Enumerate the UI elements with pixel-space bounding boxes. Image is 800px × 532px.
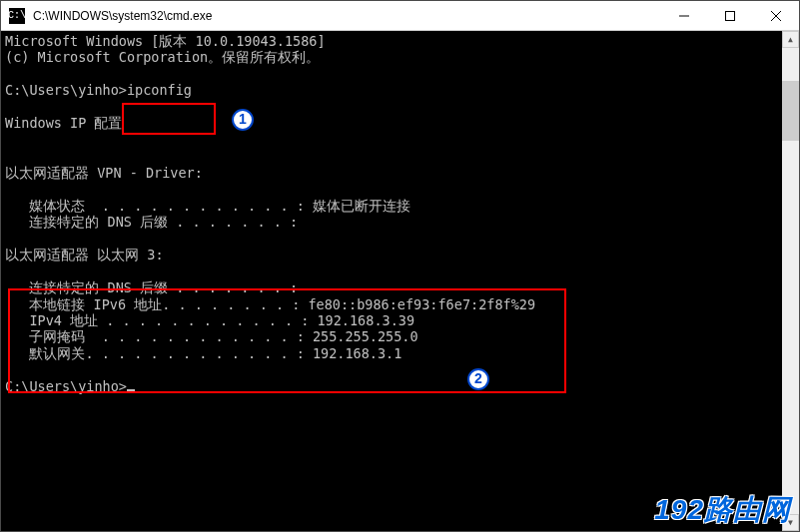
- gateway-value: 192.168.3.1: [313, 345, 401, 361]
- ipv6-value: fe80::b986:ef93:f6e7:2f8f%29: [308, 296, 535, 312]
- ipv6-label: 本地链接 IPv6 地址. . . . . . . . :: [5, 296, 308, 312]
- annotation-box-command: [122, 103, 216, 135]
- adapter-eth3-title: 以太网适配器 以太网 3:: [5, 247, 164, 263]
- scrollbar-thumb[interactable]: [782, 81, 799, 141]
- subnet-mask-value: 255.255.255.0: [313, 328, 418, 344]
- dns-suffix-label-2: 连接特定的 DNS 后缀 . . . . . . . :: [5, 279, 298, 295]
- ipv4-value: 192.168.3.39: [317, 312, 414, 328]
- media-state-label: 媒体状态 . . . . . . . . . . . . :: [5, 198, 313, 214]
- scroll-up-button[interactable]: ▲: [782, 31, 799, 48]
- ipconfig-header: Windows IP 配置: [5, 115, 122, 131]
- titlebar[interactable]: C:\ C:\WINDOWS\system32\cmd.exe: [1, 1, 799, 31]
- scrollbar-track[interactable]: [782, 48, 799, 514]
- annotation-badge-2: 2: [467, 368, 489, 390]
- cmd-window: C:\ C:\WINDOWS\system32\cmd.exe Microsof…: [0, 0, 800, 532]
- svg-rect-1: [726, 11, 735, 20]
- terminal-output[interactable]: Microsoft Windows [版本 10.0.19043.1586] (…: [1, 31, 799, 531]
- annotation-badge-1: 1: [232, 109, 254, 131]
- version-line: Microsoft Windows [版本 10.0.19043.1586]: [5, 33, 326, 49]
- prompt-path-2: C:\Users\yinho>: [5, 378, 127, 394]
- cursor: [127, 389, 135, 392]
- window-controls: [661, 1, 799, 30]
- maximize-button[interactable]: [707, 1, 753, 30]
- adapter-vpn-title: 以太网适配器 VPN - Driver:: [5, 165, 203, 181]
- prompt-path: C:\Users\yinho>: [5, 82, 127, 98]
- minimize-button[interactable]: [661, 1, 707, 30]
- watermark: 192路由网: [654, 493, 791, 527]
- copyright-line: (c) Microsoft Corporation。保留所有权利。: [5, 49, 320, 65]
- window-title: C:\WINDOWS\system32\cmd.exe: [33, 9, 661, 23]
- dns-suffix-label: 连接特定的 DNS 后缀 . . . . . . . :: [5, 214, 298, 230]
- cmd-icon: C:\: [9, 8, 25, 24]
- close-button[interactable]: [753, 1, 799, 30]
- vertical-scrollbar[interactable]: ▲ ▼: [782, 31, 799, 531]
- command-ipconfig: ipconfig: [127, 82, 192, 98]
- subnet-mask-label: 子网掩码 . . . . . . . . . . . . :: [5, 328, 313, 344]
- ipv4-label: IPv4 地址 . . . . . . . . . . . . :: [5, 312, 317, 328]
- media-state-value: 媒体已断开连接: [313, 198, 410, 214]
- gateway-label: 默认网关. . . . . . . . . . . . . :: [5, 345, 313, 361]
